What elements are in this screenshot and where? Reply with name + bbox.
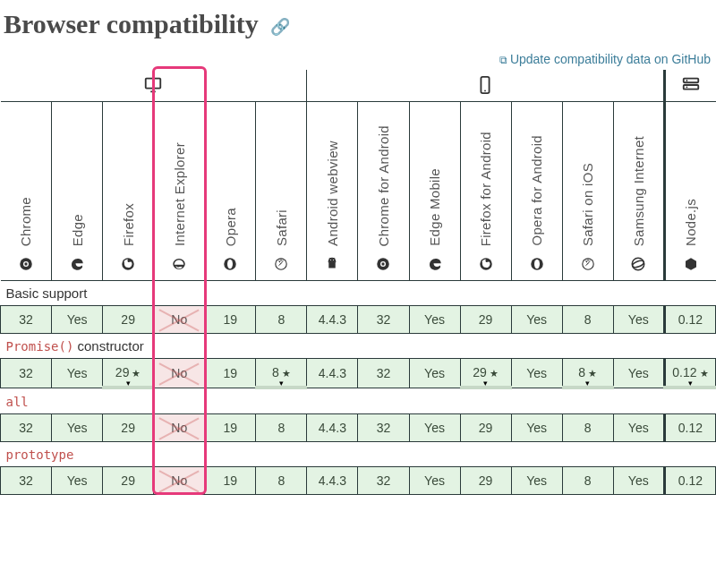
link-icon[interactable]: 🔗 <box>270 18 290 36</box>
support-cell: No <box>154 359 205 388</box>
chrome-android-icon <box>359 256 407 275</box>
support-cell: Yes <box>613 467 664 495</box>
platform-desktop <box>1 70 307 102</box>
support-cell: 19 <box>205 306 256 334</box>
feature-name: Basic support <box>1 281 716 306</box>
node-icon <box>667 256 715 275</box>
support-cell: Yes <box>409 306 460 334</box>
support-cell: 32 <box>1 467 52 495</box>
update-data-link[interactable]: ⧉Update compatibility data on GitHub <box>0 52 711 66</box>
browser-header-edge-mobile: Edge Mobile <box>409 102 460 281</box>
platform-header-row <box>1 70 716 102</box>
browser-header-android-webview: Android webview <box>307 102 358 281</box>
support-cell: Yes <box>52 414 103 442</box>
desktop-icon <box>143 75 163 98</box>
browser-header-safari-ios: Safari on iOS <box>562 102 613 281</box>
support-cell: Yes <box>409 359 460 388</box>
support-cell: 29 <box>460 414 511 442</box>
compat-table-body: Basic support32Yes29No1984.4.332Yes29Yes… <box>1 281 716 495</box>
page-title: Browser compatibility 🔗 <box>4 9 716 39</box>
safari-icon <box>257 256 305 275</box>
browser-label: Safari <box>274 209 289 246</box>
compat-table-wrapper: ChromeEdgeFirefoxInternet ExplorerOperaS… <box>0 70 716 495</box>
browser-label: Android webview <box>325 141 340 246</box>
title-text: Browser compatibility <box>4 9 259 38</box>
browser-label: Samsung Internet <box>631 136 646 246</box>
feature-name: all <box>1 388 716 414</box>
support-cell: 29 <box>460 467 511 495</box>
support-cell[interactable]: 8★ <box>256 359 307 388</box>
platform-mobile <box>307 70 664 102</box>
browser-header-firefox: Firefox <box>103 102 154 281</box>
support-cell: 0.12 <box>664 467 715 495</box>
browser-header-node: Node.js <box>664 102 715 281</box>
support-cell: Yes <box>511 359 562 388</box>
android-webview-icon <box>308 256 356 275</box>
support-cell: 0.12 <box>664 414 715 442</box>
support-cell: Yes <box>511 414 562 442</box>
support-cell: 8 <box>256 306 307 334</box>
support-cell: 8 <box>562 414 613 442</box>
external-link-icon: ⧉ <box>499 54 507 66</box>
support-cell[interactable]: 8★ <box>562 359 613 388</box>
browser-header-opera-android: Opera for Android <box>511 102 562 281</box>
firefox-android-icon <box>462 256 510 275</box>
support-cell[interactable]: 29★ <box>103 359 154 388</box>
browser-label: Opera <box>223 208 238 246</box>
browser-label: Internet Explorer <box>172 142 187 246</box>
browser-header-safari: Safari <box>256 102 307 281</box>
feature-code: prototype <box>6 447 74 462</box>
support-cell: 4.4.3 <box>307 467 358 495</box>
chrome-icon <box>2 256 51 275</box>
support-cell: Yes <box>613 414 664 442</box>
platform-server <box>664 70 715 102</box>
server-icon <box>681 75 701 98</box>
support-cell: 29 <box>460 306 511 334</box>
opera-icon <box>206 256 254 275</box>
support-cell: 8 <box>562 467 613 495</box>
support-cell: 19 <box>205 414 256 442</box>
support-cell: Yes <box>52 359 103 388</box>
support-cell: 29 <box>103 414 154 442</box>
support-cell: No <box>154 467 205 495</box>
support-cell: 19 <box>205 359 256 388</box>
browser-label: Edge Mobile <box>427 168 442 246</box>
support-cell: Yes <box>409 467 460 495</box>
support-cell: 32 <box>1 359 52 388</box>
note-icon: ★ <box>132 368 141 379</box>
feature-name: Promise() constructor <box>1 334 716 359</box>
support-cell: 0.12 <box>664 306 715 334</box>
browser-header-opera: Opera <box>205 102 256 281</box>
support-cell[interactable]: 0.12★ <box>664 359 715 388</box>
support-cell: 19 <box>205 467 256 495</box>
browser-label: Chrome for Android <box>376 125 391 246</box>
browser-label: Safari on iOS <box>580 163 595 246</box>
support-cell: 8 <box>562 306 613 334</box>
mobile-icon <box>475 75 495 98</box>
edge-mobile-icon <box>411 256 459 275</box>
browser-label: Opera for Android <box>529 135 544 246</box>
support-cell: 32 <box>1 414 52 442</box>
support-cell: Yes <box>409 414 460 442</box>
safari-ios-icon <box>564 256 612 275</box>
support-cell: 29 <box>103 306 154 334</box>
support-cell: 4.4.3 <box>307 359 358 388</box>
opera-android-icon <box>513 256 561 275</box>
edge-icon <box>53 256 101 275</box>
browser-label: Edge <box>70 214 85 246</box>
support-cell: 29 <box>103 467 154 495</box>
feature-name: prototype <box>1 442 716 467</box>
support-cell: 4.4.3 <box>307 306 358 334</box>
note-icon: ★ <box>700 368 709 379</box>
browser-header-ie: Internet Explorer <box>154 102 205 281</box>
note-icon: ★ <box>490 368 499 379</box>
support-cell: Yes <box>613 359 664 388</box>
support-cell: 4.4.3 <box>307 414 358 442</box>
browser-header-chrome: Chrome <box>1 102 52 281</box>
samsung-icon <box>615 256 662 275</box>
support-cell: Yes <box>52 306 103 334</box>
browser-label: Chrome <box>18 197 33 246</box>
support-cell[interactable]: 29★ <box>460 359 511 388</box>
browser-label: Firefox <box>121 203 136 246</box>
firefox-icon <box>104 256 152 275</box>
